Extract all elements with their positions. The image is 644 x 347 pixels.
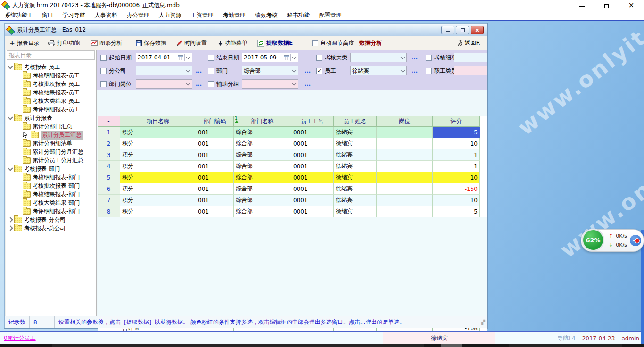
score-cell[interactable]: 10 [433, 172, 480, 183]
grid-cell[interactable]: 001 [196, 138, 234, 149]
row-number-cell[interactable]: 5 [98, 172, 120, 183]
column-header[interactable]: 员工姓名 [334, 116, 377, 127]
grid-cell[interactable]: 综合部 [234, 127, 291, 138]
column-header[interactable]: 部门编码 [196, 116, 234, 127]
tree-item[interactable]: 考核结果报表-员工 [6, 88, 80, 97]
expand-icon[interactable] [8, 115, 13, 120]
menu-item[interactable]: 人力资源 [154, 11, 186, 19]
tree-item[interactable]: 考核报表-部门 [6, 165, 60, 173]
grid-cell[interactable]: 积分 [120, 161, 196, 172]
filter-field[interactable]: 徐绪宾 [350, 66, 407, 75]
score-cell[interactable]: -150 [433, 183, 480, 195]
grid-cell[interactable]: 徐绪宾 [334, 172, 377, 183]
child-minimize-icon[interactable] [441, 26, 454, 34]
grid-cell[interactable]: 001 [196, 183, 234, 195]
filter-checkbox[interactable] [100, 81, 107, 87]
grid-cell[interactable]: 0001 [291, 195, 334, 206]
grid-cell[interactable] [377, 195, 433, 206]
grid-cell[interactable]: 0001 [291, 183, 334, 195]
dropdown-icon[interactable] [401, 68, 405, 72]
row-number-cell[interactable]: 8 [98, 206, 120, 217]
collapse-icon[interactable] [8, 225, 13, 231]
filter-field[interactable]: 综合部 [242, 66, 298, 75]
dropdown-icon[interactable] [292, 82, 296, 85]
toolbar-button[interactable]: 保存数据 [136, 36, 166, 50]
grid-cell[interactable] [377, 206, 433, 217]
filter-field[interactable] [350, 53, 407, 62]
auto-height-checkbox[interactable]: 自动调节高度 [312, 36, 354, 50]
menu-item[interactable]: 窗口 [37, 11, 58, 19]
more-button[interactable]: … [412, 54, 418, 61]
tree-item[interactable]: 考核大类结果-部门 [6, 198, 80, 207]
filter-checkbox[interactable] [316, 55, 322, 61]
column-header[interactable]: - [98, 116, 120, 127]
minimize-icon[interactable] [578, 1, 586, 9]
tree-item[interactable]: 考核报表-分公司 [6, 215, 66, 224]
menu-item[interactable]: 系统功能 F [0, 11, 37, 19]
tree-item[interactable]: 累计分员工分月汇总 [6, 156, 83, 165]
more-button[interactable]: … [412, 67, 418, 74]
grid-cell[interactable]: 积分 [120, 127, 196, 138]
tree-item[interactable]: 考核批次报表-员工 [6, 80, 80, 88]
row-number-cell[interactable]: 3 [98, 149, 120, 161]
grid-cell[interactable]: 0001 [291, 161, 334, 172]
score-cell[interactable]: 1 [433, 149, 480, 161]
row-number-cell[interactable]: 6 [98, 183, 120, 195]
nav-shortcut-label[interactable]: 导航F4 [557, 334, 576, 342]
score-cell[interactable]: 10 [433, 138, 480, 149]
menu-item[interactable]: 学习导航 [58, 11, 90, 19]
grid-cell[interactable]: 综合部 [234, 161, 291, 172]
filter-field[interactable] [454, 66, 487, 75]
row-number-cell[interactable]: 1 [98, 127, 120, 138]
collapse-icon[interactable] [8, 217, 13, 222]
grid-cell[interactable] [377, 138, 433, 149]
tree-item[interactable]: 考评明细报表-员工 [6, 105, 80, 114]
column-header[interactable]: 员工工号 [291, 116, 334, 127]
tree-item[interactable]: 累计分报表 [6, 114, 52, 122]
grid-cell[interactable]: 徐绪宾 [334, 183, 377, 195]
tree-item[interactable]: 考核明细报表-员工 [6, 71, 80, 80]
dropdown-icon[interactable] [292, 68, 296, 72]
menu-item[interactable]: 配置管理 [314, 11, 347, 19]
grid-cell[interactable]: 积分 [120, 195, 196, 206]
speed-widget[interactable]: 62% ↑0K/s ↓0K/s + [581, 229, 644, 252]
tree-item[interactable]: 累计分部门汇总 [6, 122, 72, 131]
grid-cell[interactable]: 0001 [291, 206, 334, 217]
grid-cell[interactable]: 001 [196, 206, 234, 217]
grid-cell[interactable]: 综合部 [234, 172, 291, 183]
filter-checkbox[interactable] [208, 68, 214, 74]
tree-item[interactable]: 考核报表-总公司 [6, 224, 66, 232]
toolbar-button[interactable]: 打印功能 [48, 36, 80, 50]
dropdown-icon[interactable] [186, 82, 190, 85]
open-window-link[interactable]: 0累计分员工 [4, 334, 36, 342]
row-number-cell[interactable]: 7 [98, 195, 120, 206]
grid-cell[interactable]: 0001 [291, 138, 334, 149]
grid-cell[interactable]: 徐绪宾 [334, 206, 377, 217]
grid-cell[interactable]: 积分 [120, 172, 196, 183]
grid-cell[interactable]: 徐绪宾 [334, 149, 377, 161]
tree-item[interactable]: 考核报表-员工 [6, 63, 60, 71]
back-button[interactable]: 返回R [457, 36, 480, 50]
menu-item[interactable]: 工资管理 [186, 11, 218, 19]
menu-item[interactable]: 办公管理 [122, 11, 154, 19]
filter-checkbox[interactable] [100, 68, 107, 74]
child-restore-icon[interactable] [456, 26, 469, 34]
grid-cell[interactable]: 001 [196, 149, 234, 161]
more-button[interactable]: … [196, 80, 202, 87]
resize-grip-icon[interactable]: ▞ [481, 320, 486, 325]
grid-cell[interactable]: 001 [196, 127, 234, 138]
dropdown-icon[interactable] [186, 55, 190, 59]
filter-field[interactable]: 2017-05-09 [242, 53, 298, 62]
checkbox-icon[interactable] [312, 40, 318, 46]
grid-cell[interactable]: 综合部 [234, 206, 291, 217]
tree-item[interactable]: 累计分部门分月汇总 [6, 148, 83, 156]
tree-item[interactable]: 考核大类结果-员工 [6, 97, 80, 105]
expand-icon[interactable] [8, 165, 13, 171]
grid-cell[interactable]: 001 [196, 161, 234, 172]
grid-cell[interactable]: 徐绪宾 [334, 138, 377, 149]
menu-item[interactable]: 考勤管理 [218, 11, 250, 19]
score-cell[interactable]: 10 [433, 195, 480, 206]
score-cell[interactable]: 5 [433, 206, 480, 217]
grid-cell[interactable] [377, 183, 433, 195]
grid-cell[interactable]: 001 [196, 195, 234, 206]
